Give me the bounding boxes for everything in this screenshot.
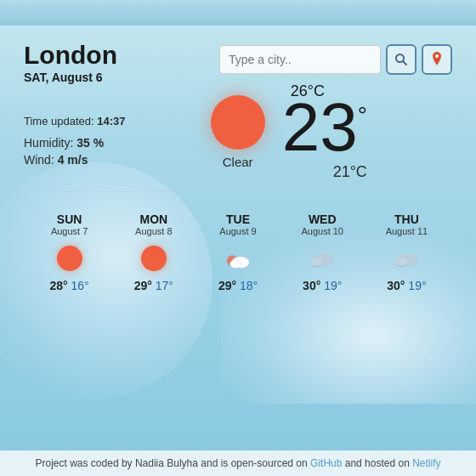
temp-main-row: 23 °	[282, 94, 367, 162]
svg-point-2	[435, 54, 439, 58]
forecast-day-date: August 8	[135, 226, 172, 236]
forecast-day-name: TUE	[226, 212, 250, 226]
forecast-day: THU August 11 30° 19°	[365, 212, 449, 292]
forecast-day-name: SUN	[57, 212, 82, 226]
forecast-partly-cloudy-icon	[223, 246, 253, 271]
forecast-cloudy-icon	[307, 246, 337, 270]
forecast-sun-icon	[57, 246, 82, 271]
location-icon	[430, 52, 444, 67]
wind: Wind: 4 m/s	[24, 153, 126, 167]
netlify-link[interactable]: Netlify	[412, 457, 440, 469]
forecast-max-temp: 30°	[303, 279, 320, 292]
time-updated-value: 14:37	[97, 115, 125, 128]
forecast-day-date: August 11	[386, 226, 428, 236]
forecast-day: TUE August 9 29° 18°	[196, 212, 280, 292]
header-row: London SAT, August 6	[24, 41, 452, 84]
temp-main-value: 23	[282, 94, 358, 162]
forecast-icon-container	[223, 243, 253, 274]
forecast-max-temp: 29°	[218, 279, 236, 292]
city-info: London SAT, August 6	[24, 41, 117, 84]
search-button[interactable]	[386, 44, 416, 75]
divider	[24, 191, 452, 192]
svg-point-13	[394, 258, 407, 265]
forecast-day: SUN August 7 28° 16°	[27, 212, 111, 292]
forecast-min-temp: 18°	[240, 279, 258, 292]
forecast-min-temp: 16°	[71, 279, 89, 292]
footer-middle-text: and hosted on	[342, 457, 412, 469]
forecast-icon-container	[307, 243, 337, 274]
temp-min: 21°C	[333, 163, 367, 181]
current-weather: Clear 26°C 23 ° 21°C	[126, 82, 453, 181]
forecast-max-temp: 29°	[134, 279, 152, 292]
svg-point-5	[230, 260, 241, 268]
forecast-min-temp: 17°	[156, 279, 173, 292]
search-area	[219, 44, 452, 75]
forecast-row: SUN August 7 28° 16° MON August 8 29° 17…	[24, 212, 452, 292]
temp-unit: °	[358, 102, 367, 129]
forecast-temps: 29° 17°	[134, 279, 173, 292]
weather-icon-area: Clear	[211, 95, 265, 169]
forecast-min-temp: 19°	[324, 279, 342, 292]
forecast-day: WED August 10 30° 19°	[280, 212, 365, 292]
forecast-day-name: MON	[139, 212, 167, 226]
current-weather-icon	[211, 95, 265, 150]
svg-point-9	[310, 258, 323, 265]
forecast-temps: 30° 19°	[303, 279, 342, 292]
footer: Project was coded by Nadiia Bulyha and i…	[0, 450, 476, 476]
temp-display: 26°C 23 ° 21°C	[282, 82, 367, 181]
forecast-day-name: THU	[394, 212, 419, 226]
top-bar	[0, 0, 476, 26]
forecast-day-date: August 10	[301, 226, 343, 236]
humidity: Humidity: 35 %	[24, 136, 126, 150]
weather-condition: Clear	[223, 155, 253, 169]
forecast-icon-container	[391, 243, 422, 274]
city-name: London	[24, 41, 117, 69]
forecast-cloudy-icon	[391, 246, 422, 270]
search-icon	[394, 53, 408, 66]
app-container: London SAT, August 6 Time updated:	[0, 26, 476, 450]
wind-value: 4 m/s	[58, 153, 88, 167]
location-button[interactable]	[422, 44, 452, 75]
forecast-max-temp: 28°	[49, 279, 67, 292]
forecast-temps: 29° 18°	[218, 279, 258, 292]
forecast-max-temp: 30°	[387, 279, 405, 292]
forecast-day: MON August 8 29° 17°	[111, 212, 196, 292]
forecast-icon-container	[139, 243, 169, 274]
forecast-sun-icon	[141, 246, 167, 271]
github-link[interactable]: GitHub	[310, 457, 342, 469]
stats-row: Time updated: 14:37 Humidity: 35 % Wind:…	[24, 99, 452, 181]
forecast-temps: 28° 16°	[49, 279, 88, 292]
forecast-day-name: WED	[309, 212, 337, 226]
search-input[interactable]	[219, 45, 381, 74]
footer-text: Project was coded by Nadiia Bulyha and i…	[36, 457, 311, 469]
forecast-day-date: August 9	[219, 226, 256, 236]
forecast-temps: 30° 19°	[387, 279, 426, 292]
forecast-day-date: August 7	[51, 226, 88, 236]
forecast-icon-container	[54, 243, 85, 274]
forecast-min-temp: 19°	[408, 279, 426, 292]
time-updated: Time updated: 14:37	[24, 115, 126, 128]
stats-left: Time updated: 14:37 Humidity: 35 % Wind:…	[24, 115, 126, 167]
humidity-value: 35 %	[76, 136, 104, 150]
city-date: SAT, August 6	[24, 71, 117, 84]
svg-line-1	[403, 61, 406, 65]
